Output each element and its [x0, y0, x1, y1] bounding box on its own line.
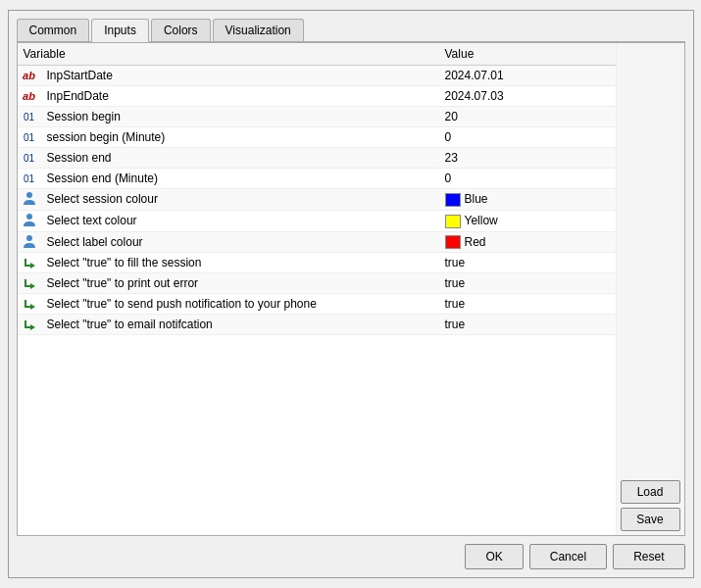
color-picker-icon: [22, 191, 37, 207]
color-swatch: [445, 215, 461, 228]
row-icon: [18, 315, 41, 335]
row-value[interactable]: 2024.07.01: [439, 66, 616, 86]
row-variable: Session begin: [41, 107, 439, 127]
col-variable: Variable: [18, 43, 439, 66]
row-variable: InpEndDate: [41, 86, 439, 107]
row-icon: [18, 189, 41, 211]
row-value[interactable]: true: [439, 273, 616, 294]
row-icon: ab: [18, 66, 41, 86]
row-variable: Select label colour: [41, 231, 439, 253]
row-value[interactable]: Yellow: [439, 210, 616, 231]
row-icon: 01: [18, 127, 41, 148]
tab-common[interactable]: Common: [17, 19, 90, 41]
color-swatch: [445, 235, 461, 249]
table-row: 01Session end23: [18, 148, 616, 169]
dialog: Common Inputs Colors Visualization Varia…: [8, 10, 694, 578]
tab-bar: Common Inputs Colors Visualization: [17, 19, 685, 42]
row-variable: Session end (Minute): [41, 169, 439, 189]
row-variable: Select "true" to fill the session: [41, 253, 439, 273]
row-icon: [18, 273, 41, 294]
col-value: Value: [439, 43, 616, 66]
row-variable: Select "true" to print out error: [41, 273, 439, 294]
table-row: Select label colourRed: [18, 231, 616, 253]
svg-marker-3: [30, 263, 35, 269]
color-picker-icon: [22, 213, 37, 228]
num-icon: 01: [24, 173, 34, 184]
svg-marker-5: [30, 304, 35, 310]
tab-colors[interactable]: Colors: [151, 19, 211, 41]
row-icon: ab: [18, 86, 41, 107]
table-row: 01Session end (Minute)0: [18, 169, 616, 189]
table-row: Select "true" to fill the sessiontrue: [18, 253, 616, 273]
color-swatch: [445, 193, 461, 207]
row-variable: Select "true" to email notifcation: [41, 315, 439, 335]
row-variable: Session end: [41, 148, 439, 169]
row-variable: InpStartDate: [41, 66, 439, 86]
row-value[interactable]: 0: [439, 169, 616, 189]
row-icon: [18, 210, 41, 231]
ab-icon: ab: [23, 90, 35, 102]
num-icon: 01: [24, 112, 34, 122]
color-picker-icon: [22, 234, 37, 250]
svg-point-0: [26, 192, 32, 198]
table-row: Select "true" to email notifcationtrue: [18, 315, 616, 335]
row-value[interactable]: Red: [439, 231, 616, 253]
color-name: Blue: [465, 192, 488, 206]
table-row: Select "true" to print out errortrue: [18, 273, 616, 294]
row-icon: [18, 294, 41, 315]
inputs-table: Variable Value abInpStartDate2024.07.01a…: [18, 43, 616, 335]
svg-marker-6: [30, 324, 35, 330]
row-value[interactable]: true: [439, 315, 616, 335]
row-variable: Select "true" to send push notification …: [41, 294, 439, 315]
tab-visualization[interactable]: Visualization: [213, 19, 304, 41]
table-row: 01Session begin20: [18, 107, 616, 127]
save-button[interactable]: Save: [621, 508, 680, 531]
row-icon: [18, 253, 41, 273]
row-value[interactable]: 2024.07.03: [439, 86, 616, 107]
row-variable: Select session colour: [41, 189, 439, 211]
ok-button[interactable]: OK: [465, 544, 523, 569]
row-value[interactable]: 20: [439, 107, 616, 127]
row-icon: 01: [18, 148, 41, 169]
table-row: abInpEndDate2024.07.03: [18, 86, 616, 107]
num-icon: 01: [24, 153, 34, 164]
cancel-button[interactable]: Cancel: [529, 544, 607, 569]
arrow-icon: [22, 275, 37, 291]
table-row: Select "true" to send push notification …: [18, 294, 616, 315]
row-value[interactable]: Blue: [439, 189, 616, 211]
row-icon: 01: [18, 169, 41, 189]
side-buttons: Load Save: [616, 43, 684, 535]
tab-inputs[interactable]: Inputs: [91, 19, 149, 42]
color-name: Red: [465, 235, 486, 249]
row-icon: [18, 231, 41, 253]
reset-button[interactable]: Reset: [613, 544, 684, 569]
table-container: Variable Value abInpStartDate2024.07.01a…: [18, 43, 616, 535]
table-row: Select text colourYellow: [18, 210, 616, 231]
color-name: Yellow: [465, 214, 498, 227]
row-value[interactable]: true: [439, 294, 616, 315]
num-icon: 01: [24, 132, 34, 143]
content-area: Variable Value abInpStartDate2024.07.01a…: [17, 42, 685, 536]
load-button[interactable]: Load: [621, 480, 680, 504]
ab-icon: ab: [23, 70, 35, 81]
svg-point-1: [26, 214, 32, 220]
svg-marker-4: [30, 283, 35, 289]
row-icon: 01: [18, 107, 41, 127]
main-content: Variable Value abInpStartDate2024.07.01a…: [18, 43, 684, 535]
arrow-icon: [22, 296, 37, 312]
arrow-icon: [22, 317, 37, 332]
row-variable: Select text colour: [41, 210, 439, 231]
table-row: Select session colourBlue: [18, 189, 616, 211]
row-variable: session begin (Minute): [41, 127, 439, 148]
row-value[interactable]: true: [439, 253, 616, 273]
arrow-icon: [22, 255, 37, 270]
table-row: 01session begin (Minute)0: [18, 127, 616, 148]
row-value[interactable]: 0: [439, 127, 616, 148]
table-row: abInpStartDate2024.07.01: [18, 66, 616, 86]
row-value[interactable]: 23: [439, 148, 616, 169]
svg-point-2: [26, 235, 32, 241]
bottom-bar: OK Cancel Reset: [17, 536, 685, 569]
